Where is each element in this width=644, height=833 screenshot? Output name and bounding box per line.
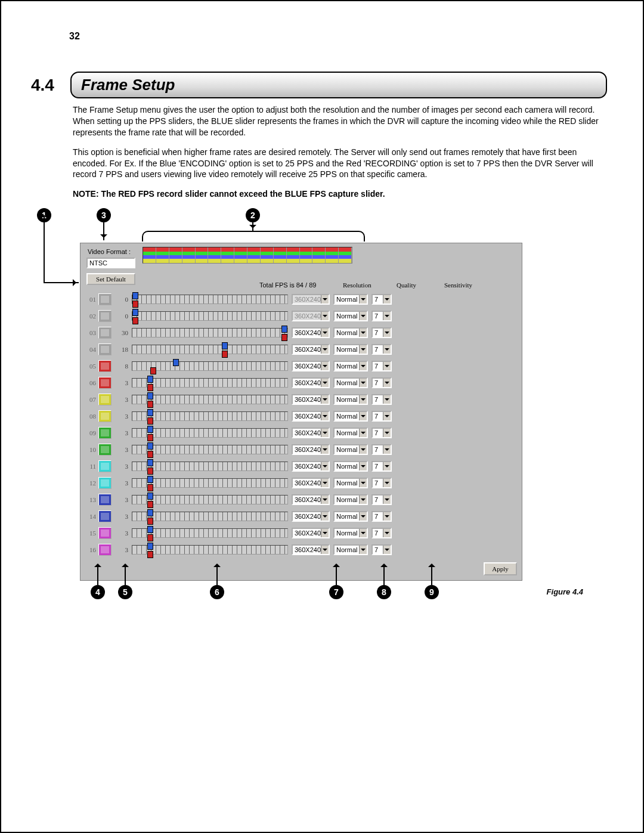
- video-format-field[interactable]: NTSC: [86, 258, 135, 268]
- camera-icon[interactable]: [98, 460, 112, 472]
- sensitivity-dropdown[interactable]: 7: [371, 377, 392, 388]
- red-marker-icon[interactable]: [132, 317, 138, 324]
- quality-dropdown[interactable]: Normal: [333, 294, 368, 305]
- fps-slider[interactable]: [132, 528, 288, 538]
- fps-slider[interactable]: [132, 361, 288, 371]
- quality-dropdown[interactable]: Normal: [333, 394, 368, 405]
- resolution-dropdown[interactable]: 360X240: [292, 411, 330, 422]
- sensitivity-dropdown[interactable]: 7: [371, 428, 392, 438]
- camera-icon[interactable]: [98, 527, 112, 539]
- red-marker-icon[interactable]: [132, 301, 138, 308]
- blue-marker-icon[interactable]: [147, 376, 153, 383]
- camera-icon[interactable]: [98, 510, 112, 522]
- resolution-dropdown[interactable]: 360X240: [292, 428, 330, 438]
- camera-icon[interactable]: [98, 377, 112, 389]
- fps-slider[interactable]: [132, 445, 288, 454]
- blue-marker-icon[interactable]: [147, 392, 153, 400]
- quality-dropdown[interactable]: Normal: [333, 528, 368, 538]
- sensitivity-dropdown[interactable]: 7: [371, 478, 392, 488]
- blue-marker-icon[interactable]: [132, 309, 138, 316]
- red-marker-icon[interactable]: [147, 484, 153, 491]
- sensitivity-dropdown[interactable]: 7: [371, 311, 392, 321]
- blue-marker-icon[interactable]: [147, 543, 153, 550]
- resolution-dropdown[interactable]: 360X240: [292, 461, 330, 472]
- fps-slider[interactable]: [132, 512, 288, 521]
- camera-icon[interactable]: [98, 544, 112, 556]
- blue-marker-icon[interactable]: [222, 342, 228, 349]
- sensitivity-dropdown[interactable]: 7: [371, 461, 392, 472]
- resolution-dropdown[interactable]: 360X240: [292, 361, 330, 371]
- red-marker-icon[interactable]: [147, 551, 153, 558]
- camera-icon[interactable]: [98, 477, 112, 489]
- sensitivity-dropdown[interactable]: 7: [371, 344, 392, 355]
- blue-marker-icon[interactable]: [147, 442, 153, 450]
- quality-dropdown[interactable]: Normal: [333, 327, 368, 338]
- red-marker-icon[interactable]: [147, 451, 153, 458]
- resolution-dropdown[interactable]: 360X240: [292, 327, 330, 338]
- sensitivity-dropdown[interactable]: 7: [371, 411, 392, 422]
- camera-icon[interactable]: [98, 410, 112, 422]
- quality-dropdown[interactable]: Normal: [333, 478, 368, 488]
- sensitivity-dropdown[interactable]: 7: [371, 444, 392, 455]
- resolution-dropdown[interactable]: 360X240: [292, 344, 330, 355]
- sensitivity-dropdown[interactable]: 7: [371, 327, 392, 338]
- sensitivity-dropdown[interactable]: 7: [371, 394, 392, 405]
- apply-button[interactable]: Apply: [484, 562, 517, 575]
- blue-marker-icon[interactable]: [147, 426, 153, 433]
- blue-marker-icon[interactable]: [147, 526, 153, 533]
- fps-slider[interactable]: [132, 428, 288, 438]
- camera-icon[interactable]: [98, 360, 112, 372]
- resolution-dropdown[interactable]: 360X240: [292, 511, 330, 522]
- resolution-dropdown[interactable]: 360X240: [292, 528, 330, 538]
- blue-marker-icon[interactable]: [147, 476, 153, 483]
- sensitivity-dropdown[interactable]: 7: [371, 294, 392, 305]
- camera-icon[interactable]: [98, 343, 112, 355]
- sensitivity-dropdown[interactable]: 7: [371, 494, 392, 505]
- blue-marker-icon[interactable]: [173, 359, 179, 366]
- quality-dropdown[interactable]: Normal: [333, 511, 368, 522]
- quality-dropdown[interactable]: Normal: [333, 544, 368, 555]
- blue-marker-icon[interactable]: [132, 292, 138, 299]
- resolution-dropdown[interactable]: 360X240: [292, 544, 330, 555]
- red-marker-icon[interactable]: [147, 518, 153, 525]
- fps-slider[interactable]: [132, 545, 288, 555]
- quality-dropdown[interactable]: Normal: [333, 311, 368, 321]
- blue-marker-icon[interactable]: [147, 459, 153, 466]
- sensitivity-dropdown[interactable]: 7: [371, 361, 392, 371]
- red-marker-icon[interactable]: [147, 384, 153, 391]
- red-marker-icon[interactable]: [147, 417, 153, 425]
- camera-icon[interactable]: [98, 327, 112, 339]
- resolution-dropdown[interactable]: 360X240: [292, 444, 330, 455]
- sensitivity-dropdown[interactable]: 7: [371, 511, 392, 522]
- fps-slider[interactable]: [132, 345, 288, 354]
- fps-slider[interactable]: [132, 495, 288, 504]
- sensitivity-dropdown[interactable]: 7: [371, 544, 392, 555]
- red-marker-icon[interactable]: [147, 534, 153, 541]
- sensitivity-dropdown[interactable]: 7: [371, 528, 392, 538]
- red-marker-icon[interactable]: [147, 501, 153, 508]
- quality-dropdown[interactable]: Normal: [333, 377, 368, 388]
- red-marker-icon[interactable]: [281, 334, 287, 341]
- camera-icon[interactable]: [98, 293, 112, 305]
- fps-slider[interactable]: [132, 462, 288, 471]
- blue-marker-icon[interactable]: [147, 509, 153, 516]
- red-marker-icon[interactable]: [222, 351, 228, 358]
- blue-marker-icon[interactable]: [147, 409, 153, 416]
- quality-dropdown[interactable]: Normal: [333, 344, 368, 355]
- blue-marker-icon[interactable]: [147, 493, 153, 500]
- quality-dropdown[interactable]: Normal: [333, 428, 368, 438]
- quality-dropdown[interactable]: Normal: [333, 444, 368, 455]
- resolution-dropdown[interactable]: 360X240: [292, 394, 330, 405]
- fps-slider[interactable]: [132, 328, 288, 337]
- red-marker-icon[interactable]: [147, 467, 153, 475]
- red-marker-icon[interactable]: [150, 367, 156, 374]
- fps-slider[interactable]: [132, 411, 288, 421]
- fps-slider[interactable]: [132, 311, 288, 321]
- set-default-button[interactable]: Set Default: [86, 273, 135, 285]
- camera-icon[interactable]: [98, 444, 112, 456]
- camera-icon[interactable]: [98, 394, 112, 405]
- red-marker-icon[interactable]: [147, 434, 153, 441]
- quality-dropdown[interactable]: Normal: [333, 494, 368, 505]
- red-marker-icon[interactable]: [147, 401, 153, 408]
- camera-icon[interactable]: [98, 427, 112, 439]
